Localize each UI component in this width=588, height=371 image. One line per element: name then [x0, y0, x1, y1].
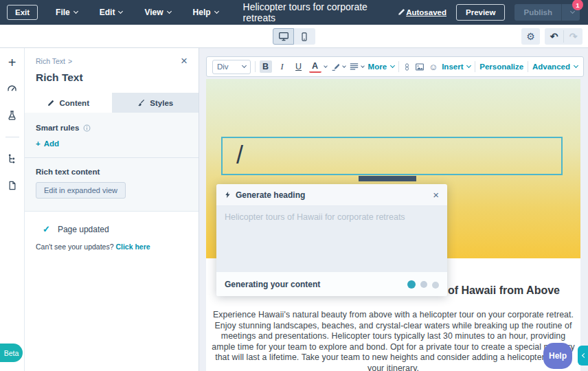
redo-icon: ↷ [569, 31, 578, 42]
panel-close-icon[interactable]: × [181, 57, 188, 65]
add-module-button[interactable]: + [8, 58, 16, 67]
rich-text-toolbar: Div B I U A More ☺ Insert Personalize Ad… [206, 56, 584, 77]
desktop-view-button[interactable] [273, 28, 294, 45]
lightning-bolt-icon [225, 190, 231, 199]
italic-button[interactable]: I [276, 60, 289, 73]
help-button[interactable]: Help [543, 343, 572, 369]
chevron-down-icon [361, 64, 365, 68]
settings-button[interactable]: ⚙ [521, 28, 540, 45]
preview-button[interactable]: Preview [456, 4, 505, 21]
updates-hint-text: Can't see your updates? [36, 243, 115, 251]
edit-expanded-view-button[interactable]: Edit in expanded view [36, 182, 126, 199]
insert-image-button[interactable] [415, 63, 425, 71]
loading-dot [420, 281, 427, 288]
plus-icon: + [36, 139, 41, 148]
undo-button[interactable]: ↶ [545, 28, 563, 45]
chevron-down-icon [324, 64, 328, 68]
beta-badge: Beta [0, 344, 23, 362]
device-preview-toggle [273, 28, 315, 45]
generating-status: Generating your content [225, 280, 320, 289]
personalize-button[interactable]: Personalize [479, 63, 523, 71]
more-formats-dropdown[interactable]: More [368, 63, 394, 71]
tab-styles[interactable]: Styles [112, 93, 199, 113]
menu-edit[interactable]: Edit [100, 8, 123, 17]
left-icon-rail: + Beta [0, 48, 25, 371]
font-color-dropdown[interactable]: A [309, 60, 327, 73]
chevron-down-icon [574, 63, 578, 68]
insert-link-button[interactable] [403, 62, 411, 72]
menu-file[interactable]: File [56, 8, 78, 17]
gear-icon: ⚙ [526, 31, 535, 42]
modal-close-icon[interactable]: × [433, 191, 439, 199]
chevron-down-icon [242, 63, 247, 68]
edit-controls: ⚙ ↶ ↷ [521, 28, 583, 45]
module-drag-handle[interactable] [359, 176, 416, 181]
edit-title-pencil-icon[interactable] [398, 6, 406, 19]
notification-badge: 1 [572, 0, 583, 10]
highlight-color-dropdown[interactable] [331, 63, 346, 71]
prompt-input[interactable]: Helicopter tours of Hawaii for corporate… [216, 206, 447, 272]
topbar-actions: Autosaved Preview Publish 1 [406, 4, 588, 21]
insert-dropdown[interactable]: Insert [442, 63, 471, 71]
slash-command-text: / [223, 138, 561, 172]
block-format-value: Div [217, 63, 229, 71]
panel-tabs: Content Styles [25, 93, 199, 113]
image-icon [415, 63, 425, 71]
divider [25, 157, 199, 158]
chevron-down-icon [342, 64, 346, 68]
autosaved-link[interactable]: Autosaved [406, 8, 446, 16]
chevron-down-icon [118, 9, 123, 14]
divider [398, 61, 399, 72]
add-smart-rule-button[interactable]: + Add [36, 139, 188, 148]
info-icon[interactable] [83, 124, 91, 132]
menu-view[interactable]: View [144, 8, 170, 17]
menu-bar: File Edit View Help [56, 8, 218, 17]
panel-status-section: ✓ Page updated Can't see your updates? C… [25, 212, 199, 263]
insert-emoji-button[interactable]: ☺ [429, 63, 438, 71]
performance-gauge-icon[interactable] [6, 83, 18, 94]
generated-paragraph[interactable]: Experience Hawaii's natural beauty from … [212, 310, 575, 371]
tab-styles-label: Styles [150, 99, 173, 107]
breadcrumb-separator: > [68, 57, 72, 65]
highlighter-icon [331, 63, 340, 71]
click-here-link[interactable]: Click here [115, 243, 150, 251]
undo-icon: ↶ [550, 31, 558, 42]
alignment-dropdown[interactable] [350, 63, 364, 71]
page-document-icon[interactable] [8, 180, 17, 191]
collapse-panel-tab[interactable] [578, 346, 588, 366]
menu-help[interactable]: Help [193, 8, 218, 17]
bold-button[interactable]: B [260, 60, 272, 73]
menu-file-label: File [56, 8, 70, 17]
redo-button[interactable]: ↷ [564, 28, 583, 45]
desktop-icon [278, 31, 289, 42]
mobile-view-button[interactable] [294, 28, 315, 45]
menu-edit-label: Edit [100, 8, 115, 17]
divider [475, 61, 475, 72]
exit-button[interactable]: Exit [7, 5, 38, 20]
block-format-select[interactable]: Div [212, 60, 251, 74]
breadcrumb[interactable]: Rich Text [36, 57, 65, 65]
chevron-down-icon [214, 9, 219, 14]
panel-content-section: Smart rules + Add Rich text content Edit… [25, 113, 199, 212]
editor-canvas: Div B I U A More ☺ Insert Personalize Ad… [199, 48, 588, 371]
advanced-dropdown[interactable]: Advanced [532, 63, 578, 71]
menu-help-label: Help [193, 8, 211, 17]
tab-content[interactable]: Content [25, 93, 112, 113]
divider [5, 137, 19, 137]
top-navigation-bar: Exit File Edit View Help Helicopter tour… [0, 0, 588, 25]
selected-rich-text-module[interactable]: / [221, 137, 563, 175]
modal-title: Generate heading [236, 190, 305, 200]
site-structure-icon[interactable] [7, 153, 17, 164]
test-flask-icon[interactable] [7, 110, 17, 121]
generated-heading[interactable]: of Hawaii from Above [448, 284, 560, 297]
page-updated-status: Page updated [58, 225, 109, 234]
mobile-icon [299, 32, 309, 42]
more-label: More [368, 63, 387, 71]
link-icon [403, 62, 411, 72]
publish-button[interactable]: Publish [514, 4, 561, 21]
modal-footer: Generating your content [216, 272, 447, 296]
panel-header: Rich Text > × Rich Text [25, 48, 199, 84]
chevron-down-icon [466, 63, 471, 68]
divider [528, 61, 528, 72]
underline-button[interactable]: U [293, 60, 305, 73]
